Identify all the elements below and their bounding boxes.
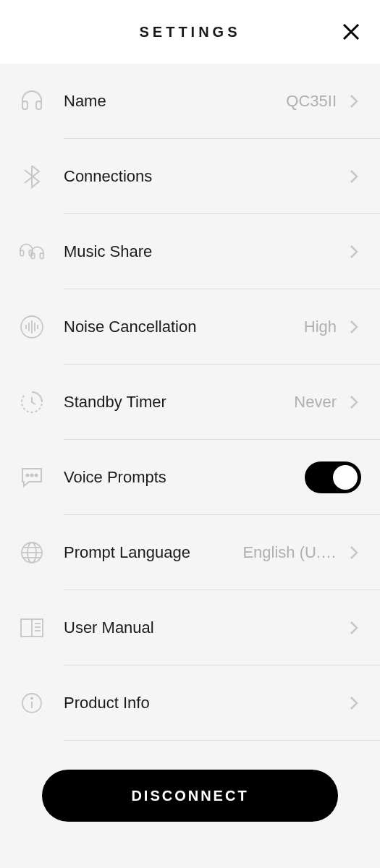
- chevron-right-icon: [347, 94, 361, 109]
- row-standby-timer[interactable]: Standby Timer Never: [0, 365, 380, 440]
- footer: DISCONNECT: [0, 741, 380, 851]
- timer-icon: [19, 389, 45, 415]
- disconnect-button[interactable]: DISCONNECT: [42, 770, 338, 822]
- globe-icon: [19, 540, 45, 566]
- chevron-right-icon: [347, 169, 361, 184]
- row-prompt-language[interactable]: Prompt Language English (U.…: [0, 515, 380, 590]
- chevron-right-icon: [347, 395, 361, 409]
- svg-rect-5: [40, 253, 43, 259]
- chevron-right-icon: [347, 696, 361, 710]
- voice-prompts-toggle[interactable]: [305, 461, 361, 493]
- chat-icon: [19, 464, 45, 490]
- row-label: Connections: [64, 167, 152, 186]
- chevron-right-icon: [347, 545, 361, 560]
- headphones-icon: [19, 88, 45, 114]
- book-icon: [19, 615, 45, 641]
- row-label: Noise Cancellation: [64, 318, 196, 336]
- divider: [64, 740, 380, 741]
- toggle-knob: [333, 465, 358, 490]
- row-value: English (U.…: [242, 543, 337, 562]
- row-value: High: [304, 318, 337, 336]
- row-label: Name: [64, 92, 106, 111]
- row-voice-prompts: Voice Prompts: [0, 440, 380, 515]
- svg-rect-2: [20, 250, 24, 256]
- close-icon: [342, 22, 360, 41]
- row-value: QC35II: [286, 92, 337, 111]
- row-label: Prompt Language: [64, 543, 190, 562]
- row-connections[interactable]: Connections: [0, 139, 380, 214]
- row-label: User Manual: [64, 618, 154, 637]
- header: SETTINGS: [0, 0, 380, 64]
- row-label: Music Share: [64, 242, 152, 261]
- row-label: Standby Timer: [64, 393, 166, 412]
- chevron-right-icon: [347, 244, 361, 259]
- svg-point-14: [35, 475, 38, 477]
- row-label: Voice Prompts: [64, 468, 166, 487]
- chevron-right-icon: [347, 621, 361, 635]
- svg-point-27: [31, 697, 33, 699]
- music-share-icon: [19, 239, 45, 265]
- noise-cancel-icon: [19, 314, 45, 340]
- settings-list: Name QC35II Connections Music Share: [0, 64, 380, 741]
- info-icon: [19, 690, 45, 716]
- svg-point-13: [31, 475, 33, 477]
- row-name[interactable]: Name QC35II: [0, 64, 380, 139]
- bluetooth-icon: [19, 163, 45, 190]
- chevron-right-icon: [347, 320, 361, 334]
- row-noise-cancellation[interactable]: Noise Cancellation High: [0, 289, 380, 365]
- row-label: Product Info: [64, 694, 150, 712]
- close-button[interactable]: [339, 20, 363, 43]
- svg-point-12: [27, 475, 29, 477]
- row-user-manual[interactable]: User Manual: [0, 590, 380, 665]
- row-value: Never: [294, 393, 337, 412]
- row-music-share[interactable]: Music Share: [0, 214, 380, 289]
- page-title: SETTINGS: [139, 24, 240, 41]
- row-product-info[interactable]: Product Info: [0, 665, 380, 741]
